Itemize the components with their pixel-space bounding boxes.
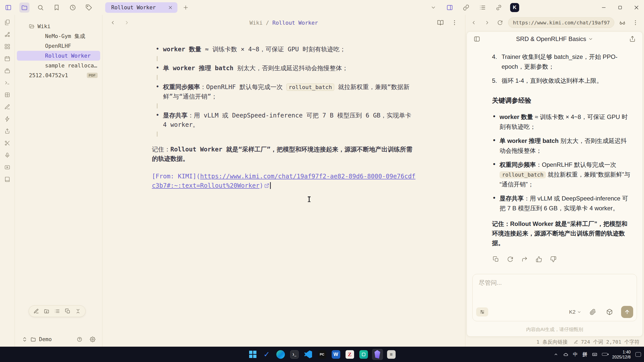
microphone-icon[interactable] bbox=[3, 151, 12, 159]
chain-icon[interactable] bbox=[494, 3, 504, 13]
tab-close-icon[interactable] bbox=[167, 4, 174, 11]
more-options-icon[interactable] bbox=[449, 18, 460, 28]
share-icon[interactable] bbox=[627, 34, 637, 44]
chat-sidebar-icon[interactable] bbox=[472, 34, 482, 44]
terminal-icon[interactable] bbox=[3, 78, 12, 87]
url-input[interactable] bbox=[513, 20, 610, 26]
chat-input[interactable] bbox=[479, 279, 632, 305]
history-icon[interactable] bbox=[68, 3, 78, 13]
zap-icon[interactable] bbox=[3, 114, 12, 123]
link-icon[interactable] bbox=[461, 3, 471, 13]
graph-icon[interactable] bbox=[3, 30, 12, 39]
sidebar-item-sample-reallocation[interactable]: sample reallocation deci… bbox=[17, 61, 100, 70]
breadcrumb-root[interactable]: Wiki bbox=[250, 20, 263, 26]
files-icon[interactable] bbox=[3, 18, 12, 27]
minimize-button[interactable] bbox=[599, 3, 609, 13]
thumbs-up-icon[interactable] bbox=[535, 255, 543, 263]
video-icon[interactable] bbox=[3, 163, 12, 172]
vault-chevrons-icon[interactable] bbox=[22, 337, 27, 342]
bookmark-icon[interactable] bbox=[52, 3, 62, 13]
notebook-icon[interactable] bbox=[3, 175, 12, 184]
refresh-icon[interactable] bbox=[495, 18, 505, 28]
word-count-group[interactable]: 724 个词 2,701 个字符 bbox=[574, 339, 639, 345]
browser-more-icon[interactable] bbox=[630, 18, 640, 28]
attach-icon[interactable] bbox=[588, 307, 598, 317]
tab-rollout-worker[interactable]: Rollout Worker bbox=[105, 2, 177, 13]
toggle-left-sidebar-button[interactable] bbox=[3, 3, 13, 13]
new-note-icon[interactable] bbox=[32, 307, 41, 316]
new-folder-icon[interactable] bbox=[42, 307, 51, 316]
chat-input-box[interactable]: K2 bbox=[472, 274, 637, 321]
model-selector[interactable]: K2 bbox=[569, 309, 581, 315]
share-message-icon[interactable] bbox=[521, 255, 528, 263]
sidebar-item-pdf[interactable]: 2512.04752v1 PDF bbox=[15, 70, 102, 80]
help-icon[interactable] bbox=[74, 334, 85, 344]
tools-sliders-icon[interactable] bbox=[476, 307, 488, 316]
copy-icon[interactable] bbox=[492, 255, 500, 263]
list-icon[interactable] bbox=[477, 3, 487, 13]
tags-icon[interactable] bbox=[84, 3, 94, 13]
zotero-icon[interactable]: Z bbox=[344, 349, 355, 360]
obsidian-icon[interactable] bbox=[372, 349, 383, 360]
send-button[interactable] bbox=[621, 306, 633, 318]
tray-chevron-icon[interactable] bbox=[553, 352, 558, 357]
pen-icon[interactable] bbox=[3, 102, 12, 111]
cloud-icon[interactable] bbox=[563, 352, 568, 357]
windows-start-icon[interactable] bbox=[247, 349, 258, 360]
agent-box-icon[interactable] bbox=[604, 307, 615, 317]
regenerate-icon[interactable] bbox=[506, 255, 514, 263]
address-bar[interactable] bbox=[508, 17, 614, 28]
blocks-icon[interactable] bbox=[3, 90, 12, 99]
conversation-title[interactable]: SRD & OpenRLHF Basics bbox=[482, 35, 627, 43]
sidebar-item-rollout-worker[interactable]: Rollout Worker bbox=[17, 51, 100, 61]
search-icon[interactable] bbox=[35, 3, 46, 13]
folder-wiki[interactable]: Wiki bbox=[15, 21, 102, 31]
keyboard-icon[interactable] bbox=[592, 352, 597, 357]
kimi-extension-icon[interactable]: K bbox=[510, 3, 519, 12]
bullet-item: worker 数量 ≈ 训练卡数 × 4~8，可保证 GPU 时刻有轨迹吃； bbox=[492, 112, 632, 132]
terminal-app-icon[interactable]: ❯_ bbox=[289, 349, 300, 360]
clock[interactable]: 1:40 2025/12/8 bbox=[612, 349, 631, 359]
toggle-right-sidebar-button[interactable] bbox=[445, 3, 455, 13]
lang-indicator[interactable]: 中 bbox=[573, 351, 578, 358]
word-icon[interactable]: W bbox=[330, 349, 342, 360]
tab-list-chevron-icon[interactable] bbox=[428, 3, 438, 13]
thumbs-down-icon[interactable] bbox=[549, 255, 557, 263]
close-button[interactable] bbox=[631, 3, 641, 13]
reader-glasses-icon[interactable] bbox=[617, 18, 627, 28]
sidebar-item-nemo-gym[interactable]: NeMo-Gym 集成 bbox=[17, 31, 100, 41]
maximize-button[interactable] bbox=[615, 3, 625, 13]
breadcrumb-current[interactable]: Rollout Worker bbox=[272, 20, 318, 26]
calendar-icon[interactable] bbox=[3, 54, 12, 63]
notes-app-icon[interactable]: ≡ bbox=[386, 349, 397, 360]
sort-icon[interactable] bbox=[53, 307, 62, 316]
export-icon[interactable] bbox=[3, 127, 12, 135]
canvas-icon[interactable] bbox=[3, 42, 12, 51]
backlinks-count[interactable]: 1 条反向链接 bbox=[536, 339, 567, 345]
browser-back-icon[interactable] bbox=[469, 18, 479, 28]
nav-forward-icon[interactable] bbox=[122, 18, 132, 28]
cards-icon[interactable] bbox=[3, 66, 12, 75]
collapse-all-icon[interactable] bbox=[73, 307, 83, 316]
file-explorer-icon[interactable] bbox=[19, 3, 29, 13]
reading-view-icon[interactable] bbox=[435, 18, 445, 28]
source-link[interactable]: [From: KIMI](https://www.kimi.com/chat/1… bbox=[152, 172, 416, 190]
todo-app-icon[interactable]: ✓ bbox=[261, 349, 272, 360]
scissors-icon[interactable] bbox=[3, 139, 12, 147]
pycharm-icon[interactable]: PC bbox=[317, 349, 328, 360]
notifications-icon[interactable] bbox=[635, 352, 641, 357]
battery-icon[interactable] bbox=[602, 353, 608, 356]
ime-indicator[interactable]: 拼 bbox=[583, 351, 587, 358]
edge-browser-icon[interactable] bbox=[275, 349, 286, 360]
docs-app-icon[interactable] bbox=[358, 349, 369, 360]
nav-back-icon[interactable] bbox=[108, 18, 118, 28]
card-view-icon[interactable] bbox=[63, 307, 72, 316]
note-content[interactable]: worker 数量 ≈ 训练卡数 × 4~8，可保证 GPU 时刻有轨迹吃； 单… bbox=[152, 30, 416, 190]
settings-gear-icon[interactable] bbox=[88, 334, 98, 344]
word-count: 724 个词 bbox=[581, 339, 603, 345]
sidebar-item-openrlhf[interactable]: OpenRLHF bbox=[17, 41, 100, 51]
browser-forward-icon[interactable] bbox=[482, 18, 492, 28]
new-tab-button[interactable] bbox=[181, 3, 191, 13]
vscode-icon[interactable] bbox=[303, 349, 314, 360]
vault-name[interactable]: Demo bbox=[39, 336, 52, 342]
